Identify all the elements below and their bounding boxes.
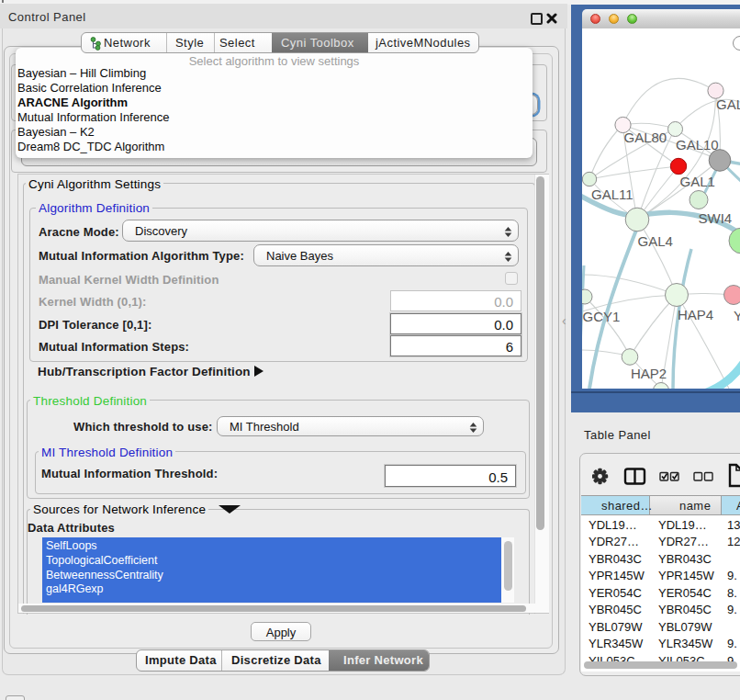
svg-text:GAL4: GAL4 <box>638 233 673 249</box>
svg-text:SWI4: SWI4 <box>699 210 733 226</box>
svg-text:GAL11: GAL11 <box>591 186 633 202</box>
svg-text:Y: Y <box>734 308 740 323</box>
svg-text:GAL80: GAL80 <box>624 130 667 145</box>
svg-text:HAP2: HAP2 <box>631 366 667 381</box>
svg-text:GCY1: GCY1 <box>583 309 621 324</box>
svg-text:GAL1: GAL1 <box>680 174 715 189</box>
svg-text:HAP4: HAP4 <box>678 307 713 322</box>
svg-text:GAL: GAL <box>716 96 740 112</box>
svg-text:GAL10: GAL10 <box>676 137 719 152</box>
